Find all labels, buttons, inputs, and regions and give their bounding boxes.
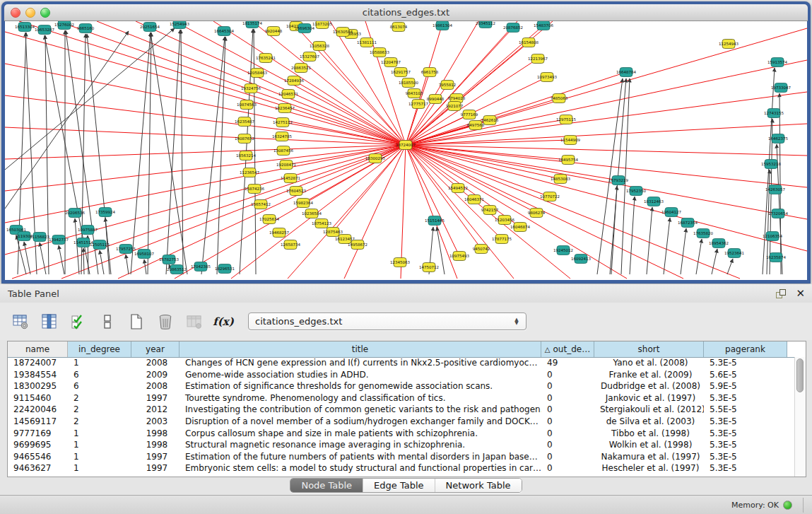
graph-node[interactable]: 17042385 — [191, 262, 211, 271]
graph-node[interactable]: 11056328 — [310, 42, 329, 51]
graph-node[interactable]: 12046571 — [278, 90, 298, 99]
graph-node[interactable]: 19523641 — [724, 249, 744, 258]
graph-node[interactable]: 16046874 — [510, 223, 530, 232]
graph-node[interactable]: 8613074 — [390, 23, 408, 32]
graph-node[interactable]: 15874236 — [245, 185, 264, 194]
tab-edge-table[interactable]: Edge Table — [363, 479, 434, 492]
graph-node[interactable]: 19733047 — [771, 83, 791, 93]
graph-node[interactable]: 15494512 — [448, 184, 468, 193]
graph-node[interactable]: 14853083 — [551, 175, 570, 184]
graph-node[interactable]: 17359924 — [95, 208, 115, 217]
graph-node[interactable]: 17320654 — [768, 209, 788, 218]
graph-node[interactable]: 15327607 — [300, 52, 319, 62]
graph-node[interactable]: 10653287 — [35, 25, 54, 35]
graph-node[interactable]: 6961758 — [421, 68, 439, 77]
graph-node[interactable]: 17635241 — [256, 54, 276, 63]
table-row[interactable]: 969969511998Structural magnetic resonanc… — [8, 439, 795, 451]
zoom-window-button[interactable] — [40, 8, 50, 18]
graph-node[interactable]: 17604523 — [286, 187, 306, 196]
memory-ok-indicator[interactable] — [783, 501, 792, 510]
delete-column-icon[interactable] — [156, 313, 175, 331]
graph-node[interactable]: 16782753 — [159, 255, 179, 264]
function-builder-icon[interactable]: f(x) — [214, 313, 233, 331]
graph-node[interactable]: 10236584 — [302, 209, 322, 218]
graph-node[interactable]: 17952350 — [626, 187, 646, 196]
graph-node[interactable]: 16235487 — [235, 117, 254, 127]
graph-node[interactable]: 11873205 — [312, 21, 332, 29]
graph-node[interactable]: 13657412 — [251, 200, 271, 209]
graph-node[interactable]: 16513304 — [15, 23, 35, 32]
graph-node[interactable]: 19208471 — [276, 160, 296, 170]
graph-node[interactable]: 20863521 — [291, 64, 311, 73]
graph-node[interactable]: 20876852 — [503, 23, 523, 33]
graph-node[interactable]: 12775717 — [408, 100, 428, 109]
table-row[interactable]: 1938455462009Genome-wide association stu… — [8, 369, 795, 381]
close-window-button[interactable] — [11, 8, 20, 18]
graph-node[interactable]: 14263057 — [765, 185, 785, 194]
graph-node[interactable]: 19604127 — [661, 208, 681, 217]
tab-node-table[interactable]: Node Table — [290, 479, 363, 492]
graph-node[interactable]: 10874563 — [237, 100, 257, 110]
graph-node[interactable]: 19861304 — [433, 21, 452, 30]
graph-node[interactable]: 20345112 — [476, 21, 495, 28]
graph-node[interactable]: 9806274 — [528, 209, 546, 218]
graph-node[interactable]: 18296531 — [215, 264, 235, 274]
toggle-rows-icon[interactable] — [98, 313, 117, 331]
graph-node[interactable]: 11203456 — [495, 216, 514, 225]
column-header-name[interactable]: name — [8, 341, 68, 357]
graph-node[interactable]: 15953218 — [761, 160, 781, 169]
graph-node[interactable]: 12345063 — [390, 258, 410, 267]
graph-node[interactable]: 11381111 — [357, 38, 377, 47]
graph-node[interactable]: 15913574 — [767, 58, 787, 67]
table-select[interactable]: citations_edges.txt ▲▼ — [248, 313, 526, 330]
graph-node[interactable]: 14087652 — [235, 134, 254, 144]
graph-node[interactable]: 10975493 — [449, 252, 469, 261]
float-panel-icon[interactable] — [776, 289, 786, 298]
graph-node[interactable]: 9920448 — [265, 27, 283, 36]
graph-node[interactable]: 12743155 — [764, 109, 784, 118]
graph-node[interactable]: 19324756 — [241, 84, 261, 93]
graph-node[interactable]: 18236457 — [275, 104, 295, 113]
graph-node[interactable]: 9777169 — [461, 110, 478, 119]
network-view[interactable]: 1615480812213967109734937485063129751151… — [5, 21, 807, 280]
graph-node[interactable]: 9865160 — [77, 24, 95, 33]
column-header-short[interactable]: short — [594, 341, 704, 357]
graph-node[interactable]: 7485063 — [551, 94, 568, 103]
graph-node[interactable]: 18754123 — [312, 219, 331, 228]
graph-node[interactable]: 13087456 — [273, 146, 293, 156]
column-header-year[interactable]: year — [131, 341, 180, 357]
show-columns-icon[interactable] — [40, 313, 59, 331]
table-row[interactable]: 1830029562008Estimation of significance … — [8, 380, 795, 392]
minimize-window-button[interactable] — [25, 8, 35, 18]
graph-node[interactable]: 11254943 — [719, 40, 739, 49]
table-row[interactable]: 2242004622012Investigating the contribut… — [8, 404, 795, 416]
graph-node[interactable]: 1921077 — [446, 102, 464, 111]
graph-node[interactable]: 9742157 — [481, 206, 499, 215]
graph-node[interactable]: 10588633 — [370, 48, 389, 57]
graph-node[interactable]: 12106354 — [763, 232, 782, 241]
graph-node[interactable]: 16648784 — [616, 68, 636, 77]
graph-node[interactable]: 7955812 — [439, 81, 457, 90]
graph-node[interactable]: 16235874 — [766, 253, 786, 262]
window-titlebar[interactable]: citations_edges.txt — [4, 4, 808, 21]
graph-node[interactable]: 18563214 — [236, 151, 256, 160]
graph-node[interactable]: 14275112 — [273, 118, 293, 127]
table-row[interactable]: 946554611997Estimation of the future num… — [8, 451, 795, 463]
tab-network-table[interactable]: Network Table — [435, 479, 522, 492]
vertical-scrollbar[interactable] — [794, 357, 806, 477]
graph-node[interactable]: 8990448 — [427, 95, 445, 104]
graph-node[interactable]: 16462375 — [768, 134, 788, 144]
column-header-pagerank[interactable]: pagerank — [704, 341, 787, 357]
graph-node[interactable]: 12204787 — [381, 58, 401, 67]
graph-node[interactable]: 9450742 — [473, 245, 490, 254]
graph-node[interactable]: 17635820 — [693, 229, 713, 238]
table-row[interactable]: 911546021997Tourette syndrome. Phenomeno… — [8, 392, 795, 404]
graph-node[interactable]: 16154808 — [519, 38, 539, 47]
table-options-icon[interactable] — [11, 313, 30, 331]
graph-node[interactable]: 11156823 — [30, 233, 49, 242]
column-header-in_degree[interactable]: in_degree — [68, 341, 131, 357]
graph-node[interactable]: 17877175 — [492, 235, 512, 244]
new-column-icon[interactable] — [127, 313, 146, 331]
graph-node[interactable]: 12658734 — [281, 240, 300, 250]
graph-node[interactable]: 18185500 — [399, 78, 418, 88]
